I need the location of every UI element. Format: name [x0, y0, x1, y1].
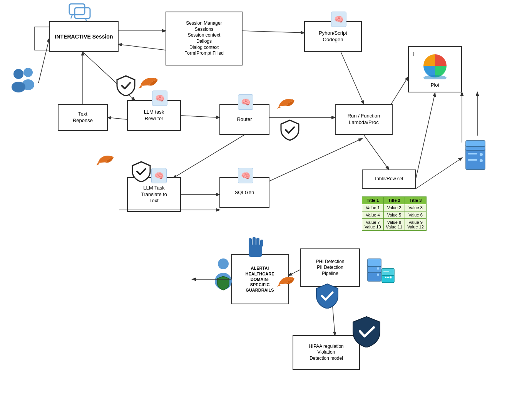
svg-rect-54: [256, 238, 259, 247]
svg-line-2: [119, 44, 166, 50]
svg-rect-25: [75, 8, 90, 18]
svg-line-3: [243, 31, 304, 33]
svg-line-5: [181, 116, 219, 117]
svg-point-39: [377, 267, 379, 270]
brain-icon-router: 🧠: [238, 94, 253, 110]
svg-rect-34: [468, 159, 477, 161]
person-shield-icon: [210, 256, 237, 296]
hipaa-model-box: HIPAA regulation Violation Detection mod…: [293, 335, 360, 370]
table-header-2: Title 2: [383, 197, 405, 204]
shield-check-icon-3: [132, 161, 151, 184]
svg-line-7: [173, 135, 244, 178]
brain-icon-translate: 🧠: [151, 168, 167, 183]
shield-check-icon-5-dark: [352, 316, 381, 349]
svg-line-61: [416, 93, 435, 179]
users-icon: [7, 65, 38, 97]
bird-icon-3: [96, 152, 115, 171]
svg-point-31: [480, 153, 483, 156]
shield-check-icon-1: [116, 75, 136, 98]
interactive-session-box: INTERACTIVE Session: [49, 21, 119, 52]
brain-icon-codegen: 🧠: [331, 12, 346, 27]
bird-icon-1: [139, 74, 160, 95]
svg-point-27: [423, 75, 447, 79]
table-header-1: Title 1: [362, 197, 384, 204]
phi-detection-box: PHI Detection PII Detection Pipeline: [300, 248, 360, 287]
shield-check-icon-4-blue: [316, 283, 339, 310]
storage-icon: [458, 135, 493, 173]
svg-line-9: [269, 139, 362, 181]
data-table: Title 1 Title 2 Title 3 Value 1 Value 2 …: [362, 196, 427, 231]
diagram-container: INTERACTIVE Session Session Manager Sess…: [0, 0, 532, 401]
text-response-box: Text Reponse: [58, 104, 108, 131]
svg-line-10: [364, 135, 389, 169]
svg-rect-37: [368, 259, 381, 267]
svg-point-46: [390, 277, 391, 278]
run-function-box: Run / Function Lambda/Proc: [335, 104, 393, 135]
svg-point-47: [154, 78, 157, 81]
table-rowset-box: Table/Row set: [362, 169, 416, 189]
database-stacks-icon: [366, 250, 396, 287]
svg-point-22: [12, 82, 25, 92]
svg-point-38: [377, 273, 379, 276]
svg-line-13: [416, 158, 462, 189]
svg-line-11: [389, 77, 408, 108]
plot-box: Plot ↑: [408, 46, 462, 92]
svg-line-15: [108, 117, 127, 119]
svg-rect-55: [260, 240, 263, 247]
svg-rect-30: [466, 141, 485, 146]
table-row: Value 4 Value 5 Value 6: [362, 211, 427, 219]
svg-line-0: [38, 39, 49, 83]
svg-rect-33: [468, 153, 477, 154]
svg-rect-23: [69, 4, 85, 15]
table-header-3: Title 3: [405, 197, 427, 204]
svg-rect-52: [249, 238, 252, 247]
svg-point-44: [385, 277, 386, 278]
table-row: Value 1 Value 2 Value 3: [362, 204, 427, 211]
svg-point-21: [13, 69, 23, 79]
svg-point-19: [23, 68, 33, 77]
svg-rect-51: [249, 245, 262, 257]
svg-point-56: [218, 258, 229, 269]
table-row: Value 7Value 10 Value 8Value 11 Value 9V…: [362, 219, 427, 231]
svg-point-48: [291, 99, 293, 101]
svg-rect-53: [253, 237, 256, 247]
shield-check-icon-2: [280, 119, 299, 142]
svg-point-32: [480, 159, 483, 162]
svg-point-45: [387, 277, 389, 278]
hand-stop-icon: [245, 235, 266, 262]
svg-point-49: [110, 156, 112, 158]
svg-rect-43: [383, 271, 389, 272]
bird-icon-4: [277, 273, 296, 292]
bird-icon-2: [277, 96, 296, 114]
svg-point-50: [291, 277, 293, 279]
svg-rect-28: [466, 148, 485, 169]
session-manager-box: Session Manager Sessions Session context…: [166, 12, 243, 65]
brain-icon-sqlgen: 🧠: [238, 168, 253, 183]
